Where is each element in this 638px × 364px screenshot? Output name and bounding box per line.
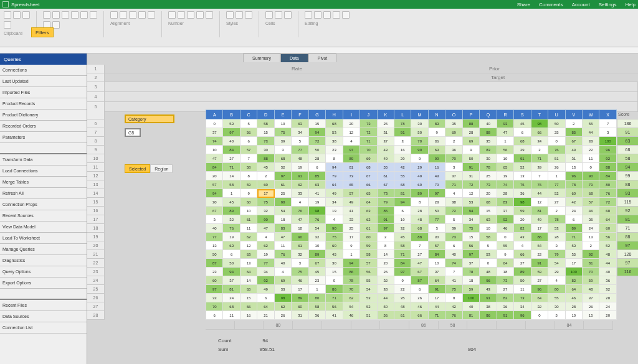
- left-panel-item[interactable]: Load To Worksheet: [0, 233, 87, 244]
- heatmap-cell[interactable]: 9: [240, 189, 257, 198]
- heatmap-cell[interactable]: 30: [257, 146, 274, 154]
- row-header[interactable]: 16: [87, 207, 105, 215]
- heatmap-cell[interactable]: 80: [548, 285, 565, 294]
- heatmap-cell[interactable]: 71: [326, 294, 343, 302]
- heatmap-cell[interactable]: 97: [463, 250, 480, 259]
- heatmap-cell[interactable]: 9: [394, 276, 411, 285]
- heatmap-cell[interactable]: 72: [599, 198, 616, 207]
- heatmap-cell[interactable]: 54: [343, 302, 360, 311]
- heatmap-cell[interactable]: 7: [599, 119, 616, 128]
- heatmap-cell[interactable]: 96: [599, 146, 616, 154]
- heatmap-cell[interactable]: 79: [326, 172, 343, 180]
- heatmap-cell[interactable]: 78: [480, 163, 497, 172]
- app-menu-icon[interactable]: [2, 1, 9, 7]
- heatmap-cell[interactable]: 26: [583, 302, 599, 311]
- column-header[interactable]: V: [566, 110, 583, 119]
- heatmap-cell[interactable]: 47: [275, 233, 292, 241]
- heatmap-cell[interactable]: 92: [583, 250, 599, 259]
- heatmap-cell[interactable]: 72: [463, 180, 480, 189]
- decimal-dec-icon[interactable]: [206, 11, 213, 19]
- heatmap-cell[interactable]: 97: [429, 189, 445, 198]
- heatmap-cell[interactable]: 5: [548, 311, 565, 320]
- heatmap-cell[interactable]: 10: [566, 311, 583, 320]
- left-panel-item[interactable]: Parameters: [0, 132, 87, 143]
- heatmap-cell[interactable]: 75: [275, 128, 292, 137]
- heatmap-cell[interactable]: 84: [394, 259, 411, 268]
- heatmap-cell[interactable]: 11: [583, 154, 599, 163]
- heatmap-cell[interactable]: 57: [583, 198, 599, 207]
- heatmap-cell[interactable]: 71: [566, 233, 583, 241]
- heatmap-cell[interactable]: 100: [463, 294, 480, 302]
- heatmap-cell[interactable]: 81: [343, 163, 360, 172]
- heatmap-cell[interactable]: 98: [309, 207, 326, 215]
- footer-cell[interactable]: [293, 321, 322, 329]
- heatmap-cell[interactable]: 14: [378, 250, 394, 259]
- heatmap-cell[interactable]: 76: [223, 224, 240, 233]
- heatmap-cell[interactable]: 38: [445, 198, 462, 207]
- heatmap-cell[interactable]: 2: [583, 241, 599, 250]
- heatmap-cell[interactable]: 43: [378, 146, 394, 154]
- heatmap-cell[interactable]: 7: [531, 172, 548, 180]
- heatmap-cell[interactable]: 58: [257, 119, 274, 128]
- heatmap-cell[interactable]: 18: [275, 215, 292, 224]
- footer-cell[interactable]: [206, 321, 235, 329]
- heatmap-cell[interactable]: 76: [275, 250, 292, 259]
- currency-icon[interactable]: [168, 11, 176, 19]
- heatmap-cell[interactable]: 88: [480, 128, 497, 137]
- left-panel-item[interactable]: Load Connections: [0, 166, 87, 177]
- left-panel-item[interactable]: Product Records: [0, 98, 87, 110]
- heatmap-cell[interactable]: 56: [463, 241, 480, 250]
- heatmap-cell[interactable]: 62: [240, 233, 257, 241]
- heatmap-cell[interactable]: 40: [445, 250, 462, 259]
- heatmap-cell[interactable]: 89: [292, 294, 308, 302]
- column-header[interactable]: K: [378, 110, 394, 119]
- heatmap-cell[interactable]: 77: [429, 215, 445, 224]
- heatmap-cell[interactable]: 58: [360, 250, 377, 259]
- title-action-account[interactable]: Account: [572, 2, 590, 7]
- heatmap-cell[interactable]: 70: [360, 146, 377, 154]
- heatmap-cell[interactable]: 40: [599, 268, 616, 276]
- heatmap-cell[interactable]: 56: [326, 302, 343, 311]
- heatmap-cell[interactable]: 54: [531, 241, 548, 250]
- heatmap-cell[interactable]: 68: [583, 189, 599, 198]
- heatmap-cell[interactable]: 10: [497, 154, 514, 163]
- heatmap-cell[interactable]: 94: [394, 198, 411, 207]
- heatmap-cell[interactable]: 41: [309, 189, 326, 198]
- heatmap-cell[interactable]: 94: [206, 189, 223, 198]
- heatmap-cell[interactable]: 13: [583, 233, 599, 241]
- heatmap-cell[interactable]: 28: [411, 207, 428, 215]
- heatmap-cell[interactable]: 75: [326, 233, 343, 241]
- heatmap-cell[interactable]: 65: [360, 189, 377, 198]
- heatmap-cell[interactable]: 73: [514, 294, 531, 302]
- heatmap-cell[interactable]: 63: [360, 207, 377, 215]
- heatmap-cell[interactable]: 68: [514, 137, 531, 146]
- heatmap-cell[interactable]: 17: [429, 294, 445, 302]
- heatmap-cell[interactable]: 37: [583, 294, 599, 302]
- tab-summary[interactable]: Summary: [243, 54, 280, 62]
- heatmap-cell[interactable]: 45: [326, 250, 343, 259]
- heatmap-cell[interactable]: 13: [514, 172, 531, 180]
- heatmap-cell[interactable]: 19: [497, 172, 514, 180]
- heatmap-cell[interactable]: 19: [223, 233, 240, 241]
- heatmap-cell[interactable]: 65: [240, 285, 257, 294]
- left-panel-item[interactable]: Refresh All: [0, 188, 87, 199]
- score-cell[interactable]: 68: [617, 146, 638, 154]
- heatmap-cell[interactable]: 1: [343, 250, 360, 259]
- heatmap-cell[interactable]: 67: [411, 268, 428, 276]
- heatmap-cell[interactable]: 5: [480, 241, 497, 250]
- heatmap-cell[interactable]: 28: [309, 154, 326, 163]
- heatmap-cell[interactable]: 27: [531, 276, 548, 285]
- score-cell[interactable]: 120: [617, 250, 638, 259]
- heatmap-cell[interactable]: 41: [445, 276, 462, 285]
- heatmap-cell[interactable]: 32: [531, 302, 548, 311]
- column-header[interactable]: T: [531, 110, 548, 119]
- heatmap-cell[interactable]: 80: [309, 294, 326, 302]
- mini-tab-selected[interactable]: Selected: [125, 164, 150, 173]
- heatmap-cell[interactable]: 2: [531, 146, 548, 154]
- heatmap-cell[interactable]: 6: [309, 163, 326, 172]
- heatmap-cell[interactable]: 6: [566, 215, 583, 224]
- heatmap-cell[interactable]: 24: [223, 294, 240, 302]
- heatmap-cell[interactable]: 37: [429, 268, 445, 276]
- heatmap-cell[interactable]: 6: [206, 311, 223, 320]
- heatmap-cell[interactable]: 91: [394, 128, 411, 137]
